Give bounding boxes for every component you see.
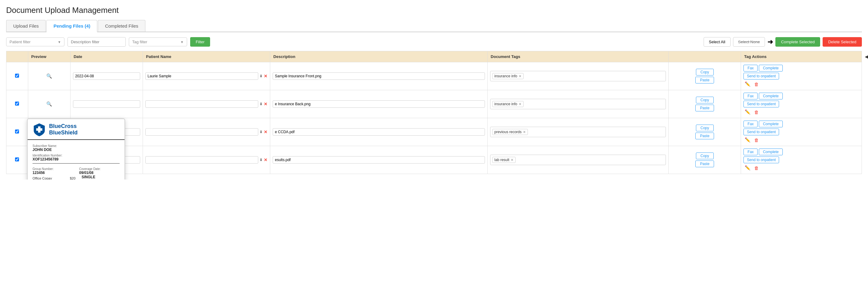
popup-logo-line2: BlueShield — [49, 130, 78, 136]
col-header-tag-actions: Tag Actions ◄ — [741, 51, 862, 62]
popup-type: SINGLE — [82, 175, 120, 179]
col-header-tags: Document Tags — [487, 51, 668, 62]
edit-button-3[interactable]: ✏️ — [743, 137, 752, 143]
tag-remove-4-1[interactable]: ✕ — [511, 158, 514, 162]
id-label: Identification Number: — [32, 154, 120, 157]
tag-remove-2-1[interactable]: ✕ — [519, 102, 521, 106]
description-filter[interactable] — [67, 37, 126, 47]
tab-upload[interactable]: Upload Files — [6, 20, 46, 32]
tag-container-3[interactable]: previous records ✕ — [490, 127, 666, 137]
copy-button-3[interactable]: Copy — [696, 124, 714, 131]
send-onpatient-button-3[interactable]: Send to onpatient — [743, 128, 779, 135]
tag-actions-1: Fax Complete Send to onpatient ✏️ 🗑 — [743, 65, 859, 87]
edit-button-1[interactable]: ✏️ — [743, 81, 752, 87]
group-label: Group Number: — [32, 167, 73, 171]
paste-button-4[interactable]: Paste — [695, 161, 714, 167]
patient-input-4[interactable] — [145, 156, 258, 164]
desc-input-1[interactable] — [273, 73, 485, 80]
popup-header: BlueCross BlueShield — [28, 119, 125, 140]
desc-input-4[interactable] — [273, 156, 485, 164]
patient-clear-1[interactable]: ✕ — [264, 74, 268, 79]
date-input-2[interactable] — [73, 101, 140, 108]
tag-badge-2-1: insurance info ✕ — [492, 101, 524, 107]
send-onpatient-button-4[interactable]: Send to onpatient — [743, 156, 779, 163]
patient-arrow-2[interactable]: ⬇ — [259, 102, 262, 106]
tag-filter[interactable]: Tag filter ▼ — [129, 37, 187, 46]
delete-button-2[interactable]: 🗑 — [753, 109, 760, 115]
tab-completed[interactable]: Completed Files — [98, 20, 145, 32]
patient-arrow-1[interactable]: ⬇ — [259, 74, 262, 78]
complete-button-1[interactable]: Complete — [759, 65, 782, 72]
fax-button-4[interactable]: Fax — [743, 148, 757, 155]
filter-button[interactable]: Filter — [190, 37, 210, 47]
id-number: XOF123456789 — [32, 157, 120, 162]
fax-button-2[interactable]: Fax — [743, 93, 757, 99]
complete-button-3[interactable]: Complete — [759, 121, 782, 127]
complete-selected-button[interactable]: Complete Selected — [775, 37, 820, 47]
copy-button-2[interactable]: Copy — [696, 97, 714, 104]
delete-button-3[interactable]: 🗑 — [753, 137, 760, 143]
page-title: Document Upload Management — [6, 5, 862, 15]
delete-selected-button[interactable]: Delete Selected — [823, 37, 862, 47]
fax-button-3[interactable]: Fax — [743, 121, 757, 127]
tag-remove-1-1[interactable]: ✕ — [519, 74, 521, 78]
send-onpatient-button-1[interactable]: Send to onpatient — [743, 73, 779, 80]
preview-button-1[interactable]: 🔍 — [45, 73, 53, 80]
col-header-copy — [669, 51, 741, 62]
patient-clear-4[interactable]: ✕ — [264, 158, 268, 162]
tag-container-1[interactable]: insurance info ✕ — [490, 71, 666, 81]
paste-button-2[interactable]: Paste — [695, 105, 714, 111]
copy-paste-4: Copy Paste — [671, 152, 738, 167]
desc-input-3[interactable] — [273, 128, 485, 136]
date-input-1[interactable] — [73, 73, 140, 80]
paste-button-1[interactable]: Paste — [695, 77, 714, 83]
patient-input-3[interactable] — [145, 128, 258, 136]
patient-clear-2[interactable]: ✕ — [264, 102, 268, 107]
table-row: 🔍 ⬇ ✕ — [6, 146, 862, 174]
table-row: 🔍 ⬇ ✕ — [6, 118, 862, 146]
complete-button-2[interactable]: Complete — [759, 93, 782, 99]
documents-table: Preview Date Patient Name Description Do… — [6, 51, 862, 174]
preview-button-2[interactable]: 🔍 — [45, 101, 53, 107]
patient-arrow-3[interactable]: ⬇ — [259, 130, 262, 134]
tag-container-4[interactable]: lab result ✕ — [490, 155, 666, 165]
edit-button-4[interactable]: ✏️ — [743, 165, 752, 171]
tab-pending[interactable]: Pending Files (4) — [46, 20, 97, 32]
copy-button-1[interactable]: Copy — [696, 69, 714, 76]
col-header-preview: Preview — [28, 51, 70, 62]
table-row: 🔍 ⬇ ✕ — [6, 62, 862, 90]
patient-input-1[interactable] — [145, 73, 258, 80]
col-header-patient: Patient Name — [143, 51, 270, 62]
row-checkbox-2[interactable] — [15, 102, 19, 106]
copy-paste-1: Copy Paste — [671, 69, 738, 83]
tag-actions-4: Fax Complete Send to onpatient ✏️ 🗑 — [743, 148, 859, 171]
coverage-value: 09/01/08 — [79, 171, 120, 175]
row-checkbox-3[interactable] — [15, 130, 19, 134]
group-value: 123456 — [32, 171, 73, 175]
row-checkbox-1[interactable] — [15, 74, 19, 78]
select-none-button[interactable]: Select None — [733, 37, 765, 47]
copy-button-4[interactable]: Copy — [696, 152, 714, 159]
edit-button-2[interactable]: ✏️ — [743, 109, 752, 115]
paste-button-3[interactable]: Paste — [695, 133, 714, 139]
fax-button-1[interactable]: Fax — [743, 65, 757, 72]
complete-button-4[interactable]: Complete — [759, 148, 782, 155]
svg-rect-1 — [36, 128, 42, 131]
select-all-button[interactable]: Select All — [704, 37, 730, 47]
patient-input-2[interactable] — [145, 101, 258, 108]
table-wrapper: Preview Date Patient Name Description Do… — [6, 51, 862, 174]
popup-logo: BlueCross BlueShield — [49, 123, 78, 136]
row-checkbox-4[interactable] — [15, 158, 19, 162]
copy-paste-2: Copy Paste — [671, 97, 738, 111]
col-header-description: Description — [270, 51, 487, 62]
tag-remove-3-1[interactable]: ✕ — [523, 130, 526, 134]
delete-button-1[interactable]: 🗑 — [753, 81, 760, 87]
delete-button-4[interactable]: 🗑 — [753, 165, 760, 171]
patient-arrow-4[interactable]: ⬇ — [259, 158, 262, 162]
tag-container-2[interactable]: insurance info ✕ — [490, 99, 666, 109]
send-onpatient-button-2[interactable]: Send to onpatient — [743, 101, 779, 107]
patient-clear-3[interactable]: ✕ — [264, 130, 268, 135]
tag-filter-chevron: ▼ — [180, 40, 184, 44]
patient-filter[interactable]: Patient filter ▼ — [6, 37, 64, 46]
desc-input-2[interactable] — [273, 101, 485, 108]
